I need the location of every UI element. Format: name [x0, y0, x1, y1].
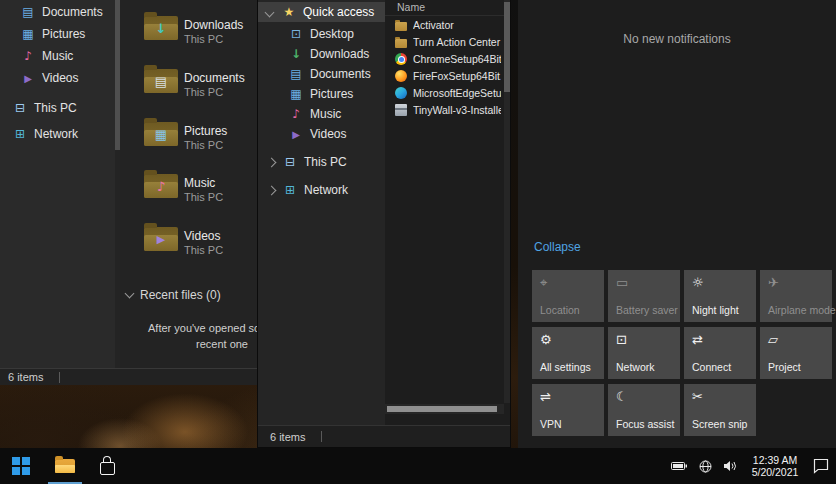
quick-action-location[interactable]: Location	[532, 270, 604, 322]
vertical-scrollbar[interactable]	[504, 0, 510, 403]
quick-action-label: Screen snip	[692, 418, 747, 430]
start-button[interactable]	[0, 448, 42, 484]
quick-action-label: Battery saver	[616, 304, 678, 316]
collapse-link[interactable]: Collapse	[534, 240, 581, 254]
file-explorer-icon	[55, 459, 75, 473]
project-icon	[768, 333, 778, 346]
sidebar-item-label: Music	[42, 49, 73, 63]
folder-tile-music[interactable]: Music This PC	[120, 170, 260, 214]
nav-item-this-pc[interactable]: This PC	[258, 152, 385, 172]
gear-icon	[540, 333, 552, 346]
file-list-pane: Name Activator Turn Action Center On o..…	[385, 0, 510, 425]
expander-chevron-icon[interactable]	[267, 157, 277, 167]
quick-action-label: Location	[540, 304, 580, 316]
location-icon	[540, 276, 547, 289]
this-pc-icon	[12, 102, 28, 114]
quick-action-airplane-mode[interactable]: Airplane mode	[760, 270, 832, 322]
quick-action-label: VPN	[540, 418, 562, 430]
firefox-icon	[395, 70, 407, 82]
file-name: TinyWall-v3-Installer.ms...	[413, 104, 501, 116]
quick-action-network[interactable]: Network	[608, 327, 680, 379]
quick-action-screen-snip[interactable]: Screen snip	[684, 384, 756, 436]
recent-files-header[interactable]: Recent files (0)	[126, 288, 221, 302]
downloads-glyph-icon	[144, 16, 178, 40]
taskbar-file-explorer-button[interactable]	[44, 448, 86, 484]
pictures-icon	[20, 28, 36, 40]
folder-name: Videos	[184, 229, 220, 243]
expander-chevron-icon[interactable]	[267, 185, 277, 195]
nav-item-network[interactable]: Network	[258, 180, 385, 200]
column-header-name[interactable]: Name	[397, 1, 425, 13]
horizontal-scrollbar[interactable]	[385, 404, 504, 414]
action-center-panel: No new notifications Collapse Location B…	[518, 0, 836, 448]
sidebar-item-this-pc[interactable]: This PC	[0, 98, 132, 118]
sidebar-item-label: Pictures	[42, 27, 85, 41]
documents-icon	[288, 68, 304, 80]
network-globe-icon[interactable]	[699, 460, 712, 473]
folder-icon	[144, 16, 178, 40]
vpn-icon	[540, 390, 551, 403]
quick-action-focus-assist[interactable]: Focus assist	[608, 384, 680, 436]
items-count: 6 items	[8, 371, 43, 383]
quick-access-star-icon	[281, 6, 297, 18]
sidebar-item-label: Documents	[42, 5, 103, 19]
file-row[interactable]: MicrosoftEdgeSetup.exe	[385, 85, 503, 101]
file-row[interactable]: Activator	[385, 17, 503, 33]
status-bar: 6 items	[0, 368, 260, 385]
quick-action-connect[interactable]: Connect	[684, 327, 756, 379]
screen: Documents Pictures Music Videos This PC	[0, 0, 836, 484]
quick-action-vpn[interactable]: VPN	[532, 384, 604, 436]
folder-icon	[395, 39, 407, 48]
quick-action-label: Project	[768, 361, 801, 373]
taskbar-clock[interactable]: 12:39 AM 5/20/2021	[749, 454, 801, 478]
sidebar-item-label: Network	[34, 127, 78, 141]
file-row[interactable]: Turn Action Center On o...	[385, 34, 503, 50]
chevron-down-icon[interactable]	[125, 289, 135, 299]
header-divider	[385, 15, 510, 16]
nav-item-label: Pictures	[310, 87, 353, 101]
battery-icon[interactable]	[671, 460, 688, 472]
quick-action-night-light[interactable]: Night light	[684, 270, 756, 322]
status-bar: 6 items	[258, 425, 510, 447]
scrollbar-thumb[interactable]	[504, 2, 510, 92]
folder-tile-pictures[interactable]: Pictures This PC	[120, 118, 260, 162]
quick-action-project[interactable]: Project	[760, 327, 832, 379]
file-explorer-window-back: Documents Pictures Music Videos This PC	[0, 0, 260, 385]
network-icon	[12, 128, 28, 140]
folder-tile-documents[interactable]: Documents This PC	[120, 65, 260, 109]
nav-item-label: Documents	[310, 67, 371, 81]
folder-location: This PC	[184, 244, 223, 256]
folder-icon	[395, 22, 407, 31]
moon-icon	[616, 390, 628, 403]
music-glyph-icon	[144, 174, 178, 198]
folder-name: Downloads	[184, 18, 243, 32]
expander-chevron-icon[interactable]	[265, 7, 275, 17]
quick-action-all-settings[interactable]: All settings	[532, 327, 604, 379]
taskbar-store-button[interactable]	[86, 448, 128, 484]
file-row[interactable]: FireFoxSetup64Bit.exe	[385, 68, 503, 84]
folder-icon	[144, 69, 178, 93]
back-nav-pane: Documents Pictures Music Videos This PC	[0, 0, 120, 368]
status-divider	[59, 372, 60, 383]
file-row[interactable]: TinyWall-v3-Installer.ms...	[385, 102, 503, 118]
documents-glyph-icon	[144, 69, 178, 93]
scrollbar-thumb[interactable]	[387, 406, 497, 412]
action-center-icon[interactable]	[812, 458, 830, 474]
file-row[interactable]: ChromeSetup64Bit.exe	[385, 51, 503, 67]
documents-icon	[20, 6, 36, 18]
sidebar-item-network[interactable]: Network	[0, 124, 132, 144]
folder-name: Documents	[184, 71, 245, 85]
status-divider	[321, 431, 322, 442]
speaker-icon[interactable]	[723, 460, 738, 472]
quick-action-battery-saver[interactable]: Battery saver	[608, 270, 680, 322]
quick-access-content: Downloads This PC Documents This PC Pict…	[120, 0, 260, 368]
nav-item-quick-access[interactable]: Quick access	[258, 2, 385, 22]
folder-icon	[144, 122, 178, 146]
folder-name: Music	[184, 176, 215, 190]
nav-item-label: Quick access	[303, 5, 374, 19]
chrome-icon	[395, 53, 407, 65]
folder-tile-videos[interactable]: Videos This PC	[120, 223, 260, 267]
folder-location: This PC	[184, 139, 223, 151]
folder-tile-downloads[interactable]: Downloads This PC	[120, 12, 260, 56]
videos-glyph-icon	[144, 227, 178, 251]
